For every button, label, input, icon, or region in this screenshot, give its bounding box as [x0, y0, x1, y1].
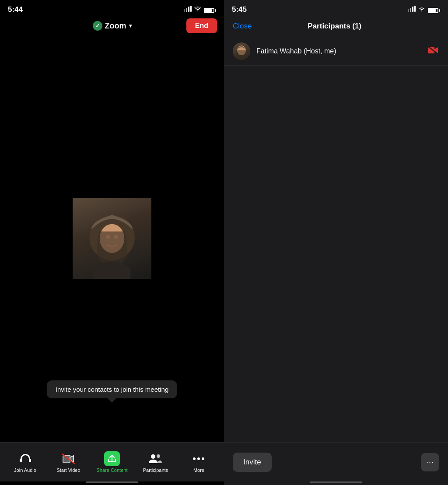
headphones-icon — [18, 452, 33, 466]
svg-point-6 — [106, 235, 110, 239]
top-bar: ✓ Zoom ▾ End — [0, 18, 224, 34]
svg-point-16 — [202, 457, 204, 460]
participants-list: Fatima Wahab (Host, me) — [224, 37, 448, 442]
battery-icon-left — [204, 6, 216, 14]
svg-point-15 — [197, 457, 200, 460]
invite-tooltip-text: Invite your contacts to join this meetin… — [56, 386, 168, 393]
signal-icon-right — [408, 6, 416, 14]
zoom-logo: ✓ Zoom ▾ — [93, 21, 132, 31]
participants-header: Close Participants (1) — [224, 18, 448, 37]
avatar — [233, 42, 250, 60]
status-bar-right: 5:45 — [224, 0, 448, 18]
participant-name: Fatima Wahab (Host, me) — [256, 47, 428, 55]
video-off-icon — [428, 46, 439, 57]
video-area: Invite your contacts to join this meetin… — [0, 34, 224, 442]
home-indicator-right — [224, 481, 448, 485]
end-button[interactable]: End — [186, 18, 217, 33]
time-left: 5:44 — [8, 5, 23, 14]
video-slash-icon — [61, 452, 77, 466]
home-bar-left — [86, 481, 138, 483]
invite-button[interactable]: Invite — [233, 453, 272, 472]
svg-rect-18 — [410, 8, 411, 12]
wifi-icon-right — [418, 6, 425, 14]
toolbar-right: Invite ··· — [224, 442, 448, 481]
status-icons-right — [408, 6, 440, 14]
svg-rect-1 — [186, 8, 187, 12]
user-video — [73, 198, 151, 279]
join-audio-button[interactable]: Join Audio — [10, 452, 41, 473]
video-placeholder — [73, 198, 151, 279]
person-svg — [81, 209, 143, 279]
start-video-label: Start Video — [56, 467, 80, 473]
svg-point-13 — [157, 454, 160, 458]
participants-title: Participants (1) — [252, 22, 417, 31]
svg-rect-8 — [20, 459, 22, 462]
svg-point-12 — [151, 454, 155, 459]
home-bar-right — [310, 481, 362, 483]
wifi-icon-left — [194, 6, 201, 14]
svg-point-7 — [114, 235, 118, 239]
svg-rect-9 — [29, 459, 31, 462]
left-panel: 5:44 — [0, 0, 224, 485]
ellipsis-icon — [191, 452, 206, 466]
signal-icon-left — [184, 6, 192, 14]
participants-button[interactable]: Participants — [140, 452, 171, 473]
chevron-down-icon: ▾ — [129, 23, 132, 29]
start-video-button[interactable]: Start Video — [53, 452, 84, 473]
status-bar-left: 5:44 — [0, 0, 224, 18]
svg-rect-19 — [412, 7, 413, 12]
invite-tooltip: Invite your contacts to join this meetin… — [47, 380, 177, 398]
share-content-label: Share Content — [97, 467, 128, 473]
more-options-button[interactable]: ··· — [421, 453, 439, 471]
time-right: 5:45 — [232, 5, 247, 14]
close-button[interactable]: Close — [233, 22, 252, 31]
right-panel: 5:45 — [224, 0, 448, 485]
status-icons-left — [184, 6, 216, 14]
share-up-icon — [104, 452, 120, 466]
people-icon — [147, 452, 163, 466]
table-row: Fatima Wahab (Host, me) — [224, 37, 448, 66]
toolbar-left: Join Audio Start Video — [0, 442, 224, 481]
share-content-button[interactable]: Share Content — [97, 452, 128, 473]
zoom-app-name: Zoom — [105, 21, 126, 31]
participants-label: Participants — [143, 467, 168, 473]
more-label: More — [193, 467, 204, 473]
svg-rect-3 — [190, 6, 192, 12]
avatar-placeholder — [233, 42, 250, 60]
more-button[interactable]: More — [183, 452, 214, 473]
zoom-shield-icon: ✓ — [93, 21, 102, 31]
svg-rect-17 — [408, 9, 409, 12]
home-indicator-left — [0, 481, 224, 485]
svg-point-14 — [193, 457, 196, 460]
battery-icon-right — [428, 6, 440, 14]
svg-rect-20 — [414, 6, 416, 12]
svg-rect-0 — [184, 9, 185, 12]
svg-rect-2 — [188, 7, 189, 12]
join-audio-label: Join Audio — [14, 467, 36, 473]
